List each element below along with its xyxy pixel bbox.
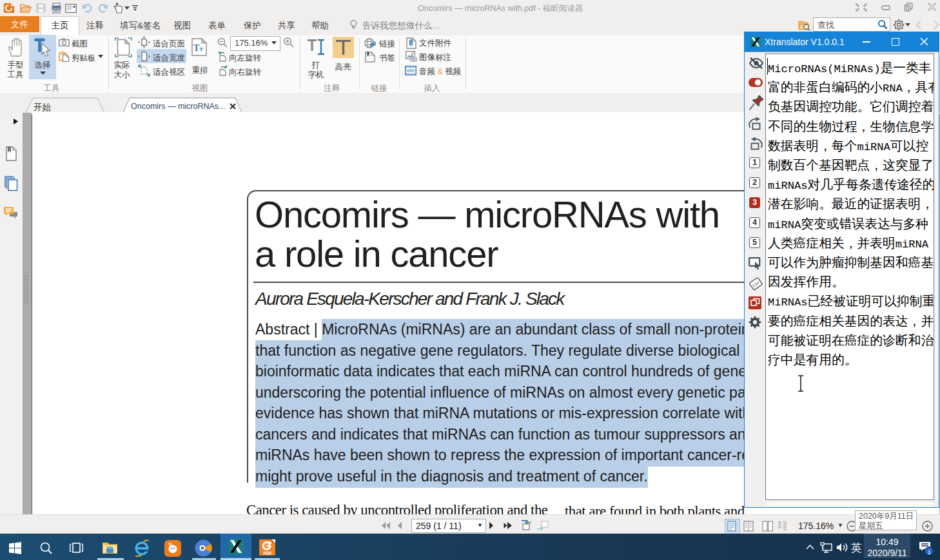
svg-text:1: 1: [928, 548, 931, 555]
svg-text:т: т: [200, 44, 204, 52]
svg-text:PDF: PDF: [264, 551, 272, 555]
svg-text:T: T: [193, 43, 200, 53]
